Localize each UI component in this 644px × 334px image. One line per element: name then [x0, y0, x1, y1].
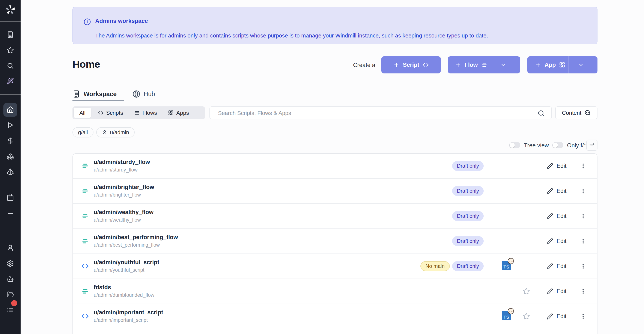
draft-only-badge: Draft only [452, 236, 484, 246]
bun-icon [508, 308, 514, 314]
tab-hub-label: Hub [144, 91, 155, 98]
content-button-label: Content [562, 110, 582, 116]
tab-workspace-label: Workspace [84, 91, 116, 98]
row-menu-button[interactable] [579, 211, 587, 221]
sidebar-item-favorites[interactable] [7, 46, 14, 54]
chip-u-admin[interactable]: u/admin [96, 127, 135, 138]
item-path: u/admin/dumbfounded_flow [94, 292, 154, 298]
sidebar-item-user[interactable] [7, 244, 14, 251]
segment-all[interactable]: All [74, 108, 91, 118]
item-path: u/admin/brighter_flow [94, 192, 141, 198]
edit-label: Edit [556, 238, 566, 244]
toggle-knob [510, 143, 515, 148]
item-path: u/admin/wealthy_flow [94, 217, 141, 223]
list-filter-plus-icon [589, 142, 595, 148]
sidebar-item-workers[interactable] [7, 276, 14, 283]
edit-button[interactable]: Edit [544, 185, 569, 197]
favorite-star-icon[interactable] [523, 313, 530, 320]
row-menu-button[interactable] [579, 261, 587, 271]
layout-grid-icon [168, 110, 174, 116]
sidebar-item-runs[interactable] [7, 121, 14, 129]
sidebar-item-audit-logs[interactable] [7, 306, 14, 314]
create-app-button[interactable]: App [528, 56, 598, 73]
segment-scripts[interactable]: Scripts [92, 106, 129, 119]
user-icon [102, 130, 108, 135]
sidebar-item-add[interactable] [7, 210, 14, 217]
content-search-button[interactable]: Content [555, 106, 598, 119]
edit-button[interactable]: Edit [544, 285, 569, 297]
edit-button[interactable]: Edit [544, 260, 569, 272]
sidebar-item-search[interactable] [7, 62, 14, 69]
notification-dot [11, 300, 17, 306]
row-menu-button[interactable] [579, 286, 587, 296]
row-menu-button[interactable] [579, 311, 587, 321]
tabs-divider [72, 101, 598, 101]
search-code-icon [584, 110, 591, 116]
table-row[interactable]: u/admin/generous_flowu/admin/generous_fl… [73, 329, 597, 334]
favorite-star-icon[interactable] [523, 288, 530, 295]
sidebar [0, 0, 20, 334]
sidebar-item-schedules[interactable] [7, 168, 14, 175]
sidebar-item-home[interactable] [4, 103, 17, 117]
code-icon [423, 62, 429, 68]
create-script-button[interactable]: Script [382, 56, 441, 73]
app-dropdown-button[interactable] [572, 56, 590, 73]
table-row[interactable]: u/admin/youthful_scriptu/admin/youthful_… [73, 254, 597, 279]
create-flow-label: Flow [464, 62, 478, 68]
sidebar-item-folders[interactable] [7, 291, 14, 298]
typescript-bun-icon: TS [502, 311, 511, 320]
type-filter-segmented-control: All Scripts Flows Apps [72, 106, 205, 119]
sidebar-item-workspaces[interactable] [7, 31, 14, 38]
edit-button[interactable]: Edit [544, 310, 569, 323]
tree-view-toggle[interactable] [509, 142, 520, 148]
item-path: u/admin/youthful_script [94, 267, 144, 273]
draft-only-badge: Draft only [452, 186, 484, 196]
sidebar-item-resources[interactable] [7, 153, 14, 160]
search-icon[interactable] [538, 110, 544, 117]
row-menu-button[interactable] [579, 186, 587, 196]
banner-body: The Admins workspace is for admins only … [95, 32, 488, 39]
sidebar-item-ai-wand-icon[interactable] [7, 77, 14, 85]
segment-scripts-label: Scripts [106, 110, 123, 116]
edit-button[interactable]: Edit [544, 160, 569, 172]
create-flow-button[interactable]: Flow [448, 56, 520, 73]
row-menu-button[interactable] [579, 161, 587, 171]
item-path: u/admin/important_script [94, 317, 148, 323]
table-row[interactable]: u/admin/best_performing_flowu/admin/best… [73, 229, 597, 254]
tree-view-label: Tree view [524, 142, 549, 149]
segment-flows-label: Flows [142, 110, 157, 116]
segment-apps[interactable]: Apps [162, 106, 194, 119]
active-tab-underline [72, 100, 124, 101]
edit-button[interactable]: Edit [544, 235, 569, 247]
filter-options-button[interactable] [586, 140, 598, 151]
flow-icon [82, 237, 89, 245]
table-row[interactable]: u/admin/important_scriptu/admin/importan… [73, 304, 597, 329]
segment-flows[interactable]: Flows [129, 106, 162, 119]
flow-dropdown-button[interactable] [494, 56, 512, 73]
chip-g-all[interactable]: g/all [72, 127, 94, 138]
draft-only-badge: Draft only [452, 161, 484, 171]
table-row[interactable]: u/admin/brighter_flowu/admin/brighter_fl… [73, 179, 597, 204]
row-menu-button[interactable] [579, 236, 587, 246]
tab-workspace[interactable]: Workspace [72, 90, 116, 98]
sidebar-item-variables[interactable] [7, 137, 14, 145]
table-row[interactable]: u/admin/wealthy_flowu/admin/wealthy_flow… [73, 204, 597, 229]
edit-button[interactable]: Edit [544, 210, 569, 222]
search-input[interactable] [218, 107, 529, 119]
layout-grid-icon [559, 62, 565, 68]
plus-icon [394, 62, 400, 68]
only-folders-toggle[interactable] [552, 142, 564, 148]
table-row[interactable]: u/admin/sturdy_flowu/admin/sturdy_flowDr… [73, 154, 597, 179]
edit-label: Edit [556, 288, 566, 295]
sidebar-item-settings[interactable] [7, 260, 14, 267]
windmill-logo-icon[interactable] [5, 5, 16, 15]
tab-hub[interactable]: Hub [132, 90, 155, 98]
flow-icon [82, 162, 89, 169]
item-title: fdsfds [94, 284, 111, 291]
item-path: u/admin/best_performing_flow [94, 242, 160, 248]
home-icon [7, 106, 14, 114]
draft-only-badge: Draft only [452, 261, 484, 271]
flow-icon [82, 187, 89, 195]
sidebar-item-calendar[interactable] [7, 194, 14, 201]
table-row[interactable]: fdsfdsu/admin/dumbfounded_flowEdit [73, 279, 597, 304]
